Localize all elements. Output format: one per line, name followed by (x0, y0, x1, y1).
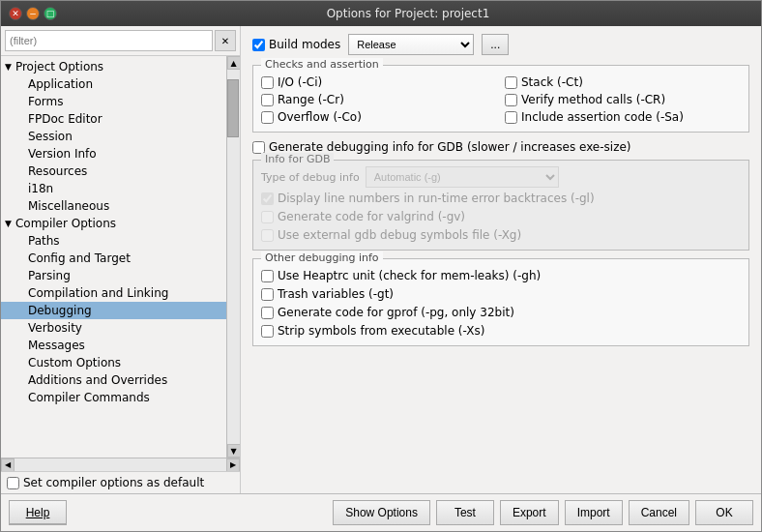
hscroll-track (15, 458, 226, 471)
content-area: ✕ ▼ Project Options Application Forms (1, 26, 761, 493)
sidebar: ✕ ▼ Project Options Application Forms (1, 26, 241, 493)
help-button[interactable]: Help (9, 500, 67, 525)
main-window: ✕ − □ Options for Project: project1 ✕ ▼ … (0, 0, 762, 532)
other-trash-label[interactable]: Trash variables (-gt) (261, 287, 741, 301)
tree-group-project-options[interactable]: ▼ Project Options (1, 58, 226, 75)
check-verify-label: Verify method calls (-CR) (521, 93, 665, 106)
check-stack-checkbox[interactable] (505, 76, 517, 89)
sidebar-item-version-info[interactable]: Version Info (1, 145, 226, 163)
sidebar-item-debugging[interactable]: Debugging (1, 302, 226, 319)
sidebar-item-config-target[interactable]: Config and Target (1, 250, 226, 267)
titlebar: ✕ − □ Options for Project: project1 (1, 1, 761, 26)
sidebar-item-compilation-linking[interactable]: Compilation and Linking (1, 284, 226, 302)
other-strip-checkbox[interactable] (261, 325, 274, 338)
sidebar-hscrollbar[interactable]: ◀ ▶ (1, 458, 240, 471)
check-io[interactable]: I/O (-Ci) (261, 75, 497, 89)
other-gprof-checkbox[interactable] (261, 307, 274, 319)
sidebar-scrollbar[interactable]: ▲ ▼ (226, 56, 240, 458)
check-assertion[interactable]: Include assertion code (-Sa) (505, 110, 741, 124)
expand-icon-compiler: ▼ (5, 219, 12, 228)
sidebar-item-paths[interactable]: Paths (1, 232, 226, 250)
other-trash-checkbox[interactable] (261, 288, 274, 301)
maximize-button[interactable]: □ (44, 7, 57, 20)
gdb-label: Generate debugging info for GDB (slower … (269, 140, 631, 154)
checks-section: Checks and assertion I/O (-Ci) Stack (-C… (252, 65, 749, 133)
check-stack-label: Stack (-Ct) (521, 75, 583, 89)
other-heaptrc-checkbox[interactable] (261, 270, 274, 282)
sidebar-item-session[interactable]: Session (1, 128, 226, 145)
scroll-left-arrow[interactable]: ◀ (1, 458, 15, 472)
gdb-display-line-text: Display line numbers in run-time error b… (278, 192, 595, 205)
expand-icon: ▼ (5, 62, 12, 72)
filter-row: ✕ (1, 26, 240, 56)
other-trash-text: Trash variables (-gt) (278, 287, 394, 301)
gdb-info-section: Info for GDB Type of debug info Automati… (252, 160, 749, 251)
build-modes-checkbox-label: Build modes (252, 38, 340, 51)
sidebar-bottom: Set compiler options as default (1, 471, 240, 493)
sidebar-item-i18n[interactable]: i18n (1, 180, 226, 197)
other-strip-label[interactable]: Strip symbols from executable (-Xs) (261, 324, 741, 338)
gdb-display-line-label: Display line numbers in run-time error b… (261, 192, 741, 205)
gdb-valgrind-checkbox (261, 211, 274, 223)
check-io-checkbox[interactable] (261, 76, 274, 89)
test-button[interactable]: Test (436, 500, 494, 525)
sidebar-item-fpdoc-editor[interactable]: FPDoc Editor (1, 110, 226, 128)
set-compiler-default-label: Set compiler options as default (23, 476, 204, 489)
gdb-external-text: Use external gdb debug symbols file (-Xg… (278, 228, 521, 242)
check-assertion-checkbox[interactable] (505, 111, 517, 124)
gdb-checkbox[interactable] (252, 141, 265, 154)
cancel-button[interactable]: Cancel (629, 500, 689, 525)
check-verify-checkbox[interactable] (505, 94, 517, 106)
sidebar-item-miscellaneous[interactable]: Miscellaneous (1, 197, 226, 215)
import-button[interactable]: Import (565, 500, 623, 525)
checks-grid: I/O (-Ci) Stack (-Ct) Range (-Cr) Verify… (261, 75, 741, 124)
sidebar-item-application[interactable]: Application (1, 75, 226, 93)
sidebar-item-verbosity[interactable]: Verbosity (1, 319, 226, 337)
scroll-thumb[interactable] (227, 79, 239, 137)
other-strip-text: Strip symbols from executable (-Xs) (278, 324, 484, 338)
tree-group-compiler-options[interactable]: ▼ Compiler Options (1, 215, 226, 232)
check-verify[interactable]: Verify method calls (-CR) (505, 93, 741, 106)
build-modes-row: Build modes Release ... (252, 34, 749, 55)
build-modes-checkbox[interactable] (252, 39, 265, 51)
gdb-info-title: Info for GDB (261, 153, 334, 165)
minimize-button[interactable]: − (26, 7, 40, 20)
sidebar-item-forms[interactable]: Forms (1, 93, 226, 110)
sidebar-scroll-area: ▼ Project Options Application Forms FPDo… (1, 56, 240, 458)
close-button[interactable]: ✕ (9, 7, 22, 20)
other-gprof-label[interactable]: Generate code for gprof (-pg, only 32bit… (261, 306, 741, 319)
ok-button[interactable]: OK (695, 500, 753, 525)
sidebar-item-custom-options[interactable]: Custom Options (1, 354, 226, 371)
gdb-checkbox-label[interactable]: Generate debugging info for GDB (slower … (252, 140, 631, 154)
sidebar-item-additions-overrides[interactable]: Additions and Overrides (1, 371, 226, 389)
check-range-checkbox[interactable] (261, 94, 274, 106)
check-assertion-label: Include assertion code (-Sa) (521, 110, 684, 124)
type-debug-row: Type of debug info Automatic (-g) (261, 166, 741, 188)
other-debug-title: Other debugging info (261, 251, 383, 264)
build-modes-select[interactable]: Release (348, 34, 474, 55)
sidebar-item-parsing[interactable]: Parsing (1, 267, 226, 284)
check-overflow-checkbox[interactable] (261, 111, 274, 124)
other-debug-section: Other debugging info Use Heaptrc unit (c… (252, 258, 749, 346)
build-modes-dots-button[interactable]: ... (482, 34, 509, 55)
check-range[interactable]: Range (-Cr) (261, 93, 497, 106)
check-stack[interactable]: Stack (-Ct) (505, 75, 741, 89)
scroll-up-arrow[interactable]: ▲ (227, 56, 241, 70)
sidebar-item-resources[interactable]: Resources (1, 163, 226, 180)
type-debug-select: Automatic (-g) (366, 166, 559, 188)
scroll-right-arrow[interactable]: ▶ (226, 458, 240, 472)
footer-bar: Help Show Options Test Export Import Can… (1, 493, 761, 531)
set-compiler-default-checkbox[interactable] (7, 477, 19, 489)
export-button[interactable]: Export (500, 500, 559, 525)
gdb-checks: Display line numbers in run-time error b… (261, 192, 741, 242)
sidebar-item-messages[interactable]: Messages (1, 337, 226, 354)
check-overflow-label: Overflow (-Co) (278, 110, 362, 124)
sidebar-item-compiler-commands[interactable]: Compiler Commands (1, 389, 226, 406)
filter-clear-button[interactable]: ✕ (215, 30, 236, 51)
scroll-down-arrow[interactable]: ▼ (227, 444, 241, 458)
tree: ▼ Project Options Application Forms FPDo… (1, 56, 226, 458)
other-heaptrc-label[interactable]: Use Heaptrc unit (check for mem-leaks) (… (261, 269, 741, 282)
check-overflow[interactable]: Overflow (-Co) (261, 110, 497, 124)
show-options-button[interactable]: Show Options (333, 500, 430, 525)
filter-input[interactable] (5, 30, 213, 51)
